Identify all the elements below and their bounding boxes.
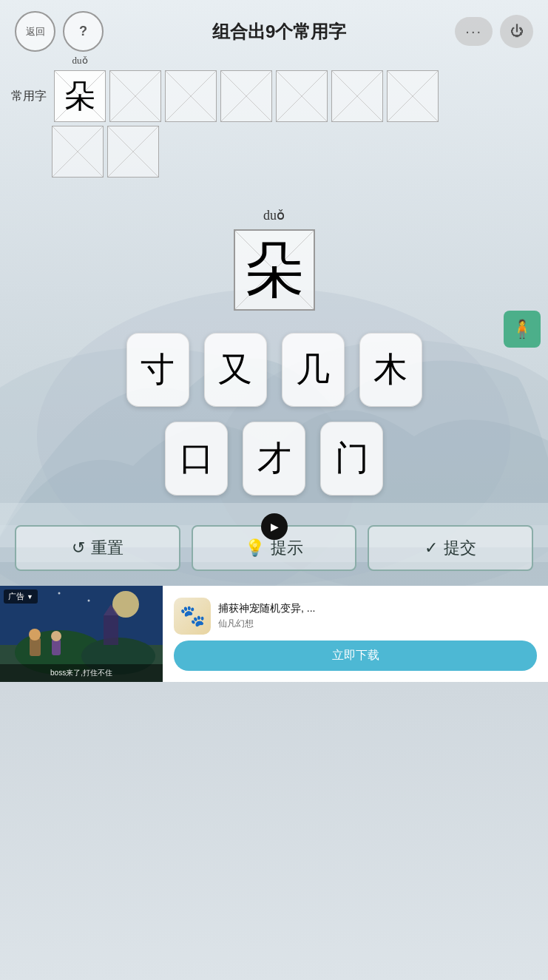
svg-point-9 (58, 592, 61, 595)
answer-slot-3[interactable] (165, 70, 217, 122)
ad-app-info: 捕获神宠随机变异, ... 仙凡幻想 (218, 602, 537, 630)
hint-button[interactable]: 💡 提示 (192, 525, 357, 571)
reset-icon: ↺ (72, 538, 85, 558)
more-button[interactable]: ··· (455, 17, 493, 46)
component-tile-7[interactable]: 门 (320, 422, 383, 496)
component-tile-5[interactable]: 口 (165, 422, 228, 496)
answer-row-2 (11, 126, 537, 178)
component-tile-4[interactable]: 木 (359, 333, 422, 407)
ad-boss-text: boss来了,打住不住 (0, 664, 163, 682)
action-buttons: ↺ 重置 💡 提示 ✓ 提交 (0, 518, 548, 578)
power-button[interactable]: ⏻ (500, 15, 533, 48)
svg-point-16 (51, 631, 61, 641)
ad-app-subtitle: 仙凡幻想 (218, 618, 537, 630)
video-badge (261, 513, 288, 540)
svg-point-10 (88, 600, 90, 602)
ad-download-button[interactable]: 立即下载 (174, 641, 537, 671)
check-icon: ✓ (424, 538, 438, 558)
answer-slot-5[interactable] (276, 70, 328, 122)
power-icon: ⏻ (510, 24, 524, 39)
answer-slot-8[interactable] (52, 126, 104, 178)
current-pinyin: duǒ (263, 207, 285, 223)
ad-content: 🐾 捕获神宠随机变异, ... 仙凡幻想 立即下载 (163, 586, 548, 682)
chevron-down-icon: ▼ (27, 593, 33, 601)
ad-label: 广告 ▼ (4, 589, 38, 604)
answer-slot-7[interactable] (387, 70, 439, 122)
help-button[interactable]: ? (63, 11, 104, 52)
ad-banner[interactable]: 广告 ▼ boss来了,打住不住 (0, 586, 548, 682)
ad-game-preview: 广告 ▼ boss来了,打住不住 (0, 586, 163, 682)
answer-slot-1[interactable]: duǒ 朵 (54, 70, 106, 122)
svg-rect-15 (52, 639, 61, 655)
ad-app-icon: 🐾 (174, 598, 211, 635)
hint-icon: 💡 (245, 538, 265, 558)
answer-slot-6[interactable] (331, 70, 383, 122)
answer-slot-4[interactable] (220, 70, 272, 122)
component-row-1: 寸 又 几 木 (126, 333, 422, 407)
answer-area: 常用字 duǒ 朵 (0, 63, 548, 185)
component-tile-1[interactable]: 寸 (126, 333, 189, 407)
component-row-2: 口 才 门 (165, 422, 383, 496)
svg-rect-17 (104, 615, 118, 645)
answer-slot-2[interactable] (109, 70, 161, 122)
submit-button[interactable]: ✓ 提交 (368, 525, 533, 571)
reset-button[interactable]: ↺ 重置 (15, 525, 180, 571)
top-navigation: 返回 ? 组合出9个常用字 ··· ⏻ (0, 0, 548, 63)
back-button[interactable]: 返回 (15, 11, 55, 52)
component-tile-3[interactable]: 几 (282, 333, 345, 407)
answer-slot-9[interactable] (107, 126, 159, 178)
component-tile-6[interactable]: 才 (243, 422, 305, 496)
answer-label: 常用字 (11, 89, 47, 104)
ad-app-row: 🐾 捕获神宠随机变异, ... 仙凡幻想 (174, 598, 537, 635)
answer-row-1: 常用字 duǒ 朵 (11, 70, 537, 122)
component-tile-2[interactable]: 又 (204, 333, 267, 407)
page-title: 组合出9个常用字 (111, 20, 447, 44)
game-area: duǒ 朵 寸 又 几 木 口 才 门 (0, 185, 548, 510)
ad-app-title: 捕获神宠随机变异, ... (218, 602, 537, 615)
current-char: 朵 (245, 240, 304, 300)
svg-point-14 (29, 629, 41, 641)
current-char-display: 朵 (234, 229, 315, 311)
